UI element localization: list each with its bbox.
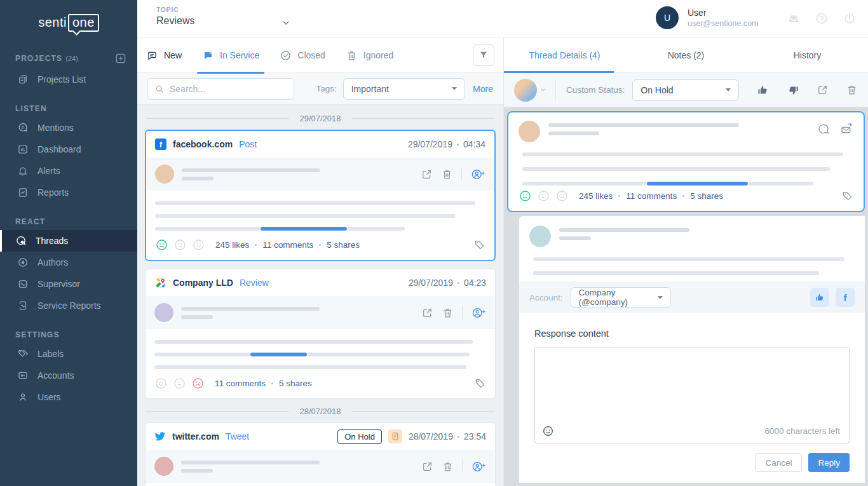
sentiment-neutral-icon[interactable] [537, 189, 550, 203]
delete-icon[interactable] [442, 461, 454, 473]
response-area: Response content 6000 characters left [519, 313, 865, 443]
add-project-icon[interactable] [114, 52, 127, 65]
response-textarea[interactable] [535, 348, 849, 414]
tab-in-service[interactable]: In Service [202, 38, 259, 73]
sidebar-item-authors[interactable]: Authors [0, 252, 137, 273]
sidebar-item-projects-list[interactable]: Projects List [0, 69, 137, 90]
tab-thread-details[interactable]: Thread Details (4) [504, 38, 625, 72]
custom-status-label: Custom Status: [566, 85, 625, 95]
notifications-tray-icon[interactable] [787, 11, 801, 25]
sentiment-neutral-icon[interactable] [173, 238, 187, 252]
comment-bubble-icon[interactable] [817, 123, 830, 135]
sentiment-positive-icon[interactable] [519, 189, 532, 203]
sidebar-item-threads[interactable]: Threads [0, 230, 137, 252]
tab-closed[interactable]: Closed [280, 38, 325, 73]
search-input[interactable] [170, 84, 287, 94]
tag-icon[interactable] [473, 239, 485, 251]
thumbs-up-icon[interactable] [757, 84, 770, 97]
chevron-down-icon [539, 86, 546, 93]
filter-button[interactable] [473, 44, 494, 66]
divider [462, 306, 463, 319]
sidebar-item-service-reports[interactable]: Service Reports [0, 295, 137, 316]
tab-ignored[interactable]: Ignored [346, 38, 393, 73]
sidebar-item-accounts[interactable]: Accounts [0, 365, 137, 386]
sidebar-item-alerts[interactable]: Alerts [0, 160, 137, 182]
comment-skeleton [519, 250, 865, 281]
power-icon[interactable] [843, 11, 857, 25]
detail-author-row [508, 112, 864, 144]
open-external-icon[interactable] [421, 307, 433, 319]
user-menu[interactable]: U User user@sentione.com [656, 6, 758, 29]
tags-icon [17, 348, 29, 360]
assigned-agent-menu[interactable] [514, 79, 556, 102]
sentiment-negative-icon[interactable] [192, 238, 205, 252]
assign-author-icon[interactable] [471, 460, 486, 473]
tab-history[interactable]: History [747, 38, 868, 72]
open-external-icon[interactable] [817, 84, 829, 96]
like-action-button[interactable] [810, 288, 829, 307]
tab-label: Closed [297, 50, 325, 60]
source-name: facebook.com [173, 139, 233, 149]
sentiment-neutral-icon[interactable] [173, 377, 186, 390]
open-external-icon[interactable] [421, 461, 433, 473]
help-icon[interactable] [815, 11, 829, 25]
mention-type-link[interactable]: Tweet [226, 431, 249, 442]
sidebar-item-reports[interactable]: Reports [0, 182, 137, 203]
thread-detail-panel: Thread Details (4) Notes (2) History Cus… [503, 38, 868, 486]
thread-card-twitter[interactable]: twitter.com Tweet On Hold 28/07/201923:5… [145, 422, 496, 486]
delete-icon[interactable] [442, 307, 454, 319]
custom-status-select[interactable]: On Hold [632, 79, 739, 101]
sidebar-section-projects: PROJECTS (24) Projects List [0, 48, 137, 90]
card-datetime: 28/07/201923:54 [409, 431, 486, 442]
sidebar-item-labels[interactable]: Labels [0, 343, 137, 365]
sentiment-negative-icon[interactable] [191, 377, 205, 390]
card-actions [421, 306, 486, 320]
sidebar-section-listen: LISTEN Mentions Dashboard Alerts Reports [0, 100, 137, 203]
sidebar-item-supervisor[interactable]: Supervisor [0, 273, 137, 295]
comment-author-row [519, 216, 865, 250]
topic-selector[interactable]: TOPIC Reviews [156, 6, 291, 27]
delete-icon[interactable] [846, 84, 858, 96]
comment-avatar [529, 226, 551, 247]
reply-button[interactable]: Reply [808, 453, 850, 472]
tab-new[interactable]: New [146, 38, 182, 73]
sentiment-controls [519, 189, 569, 203]
mention-type-link[interactable]: Review [240, 278, 269, 288]
forward-message-icon[interactable] [840, 122, 853, 135]
sidebar-item-dashboard[interactable]: Dashboard [0, 138, 137, 160]
note-icon[interactable] [388, 429, 402, 443]
in-service-chat-icon [202, 50, 214, 62]
delete-icon[interactable] [441, 168, 453, 180]
thumbs-down-icon[interactable] [787, 84, 799, 97]
cancel-button[interactable]: Cancel [755, 453, 802, 472]
assign-author-icon[interactable] [471, 306, 486, 320]
detail-thread-card[interactable]: 245 likes 11 comments 5 shares [507, 111, 865, 212]
more-filters-link[interactable]: More [473, 84, 493, 94]
tags-select[interactable]: Important [343, 78, 465, 100]
open-external-icon[interactable] [421, 168, 433, 180]
tag-icon[interactable] [474, 377, 486, 389]
tag-icon[interactable] [841, 190, 853, 202]
custom-status-value: On Hold [641, 85, 673, 95]
assign-author-icon[interactable] [470, 168, 485, 181]
sentiment-positive-icon[interactable] [154, 377, 168, 390]
shares-count: 5 shares [327, 240, 360, 250]
sidebar-item-label: Alerts [37, 166, 60, 176]
sentiment-controls [154, 377, 205, 390]
thread-card-review[interactable]: Company LLD Review 29/07/201904:23 [145, 269, 496, 399]
sidebar-item-mentions[interactable]: Mentions [0, 117, 137, 138]
mention-type-link[interactable]: Post [239, 139, 257, 149]
emoji-picker-icon[interactable] [542, 425, 554, 437]
avatar: U [656, 6, 679, 29]
thread-card-facebook[interactable]: f facebook.com Post 29/07/201904:34 [145, 130, 496, 261]
sidebar-item-users[interactable]: Users [0, 386, 137, 408]
search-box[interactable] [147, 78, 294, 100]
account-select[interactable]: Company (@company) [571, 287, 671, 307]
account-row: Account: Company (@company) f [519, 281, 865, 313]
chat-lines-icon [17, 122, 29, 133]
facebook-channel-button[interactable]: f [836, 288, 855, 307]
tab-notes[interactable]: Notes (2) [625, 38, 747, 72]
sentiment-positive-icon[interactable] [155, 238, 168, 252]
date-separator: 28/07/2018 [146, 407, 494, 416]
sentiment-negative-icon[interactable] [555, 189, 569, 203]
